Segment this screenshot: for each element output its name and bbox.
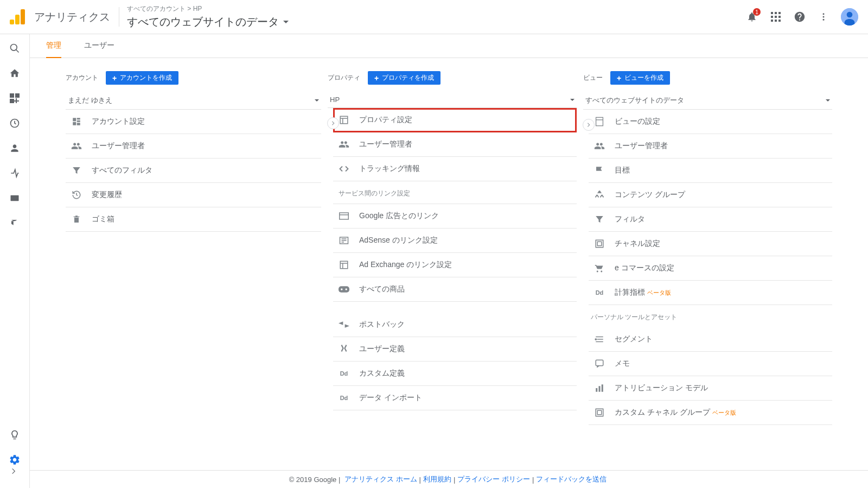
plus-icon: +	[617, 74, 621, 82]
svg-rect-21	[340, 116, 348, 124]
menu-item[interactable]: トラッキング情報	[333, 157, 577, 181]
transfer-property-button[interactable]	[327, 117, 339, 129]
menu-item[interactable]: プロパティ設定	[333, 108, 577, 132]
segment-icon	[594, 334, 605, 344]
menu-item[interactable]: 変更履歴	[66, 183, 321, 207]
menu-item[interactable]: ビューの設定	[589, 110, 832, 134]
menu-item[interactable]: ユーザー管理者	[66, 134, 321, 159]
footer: © 2019 Google | アナリティクス ホーム| 利用規約| プライバシ…	[30, 470, 868, 488]
account-column-label: アカウント	[66, 73, 98, 83]
menu-item-label: メモ	[615, 359, 630, 369]
more-icon[interactable]	[817, 10, 830, 23]
menu-item[interactable]: Ddデータ インポート	[333, 386, 577, 410]
chevron-down-icon	[283, 21, 289, 23]
user-avatar[interactable]	[841, 8, 858, 26]
acquisition-icon[interactable]	[8, 167, 21, 180]
admin-icon[interactable]	[8, 453, 21, 466]
svg-point-10	[823, 16, 825, 18]
svg-point-35	[346, 288, 347, 290]
menu-item[interactable]: 目標	[589, 159, 832, 183]
menu-item[interactable]: Google 広告とのリンク	[333, 204, 577, 229]
menu-item-label: カスタム チャネル グループベータ版	[615, 408, 736, 417]
customization-icon[interactable]	[8, 92, 21, 105]
create-account-button[interactable]: +アカウントを作成	[106, 71, 178, 85]
svg-rect-33	[339, 286, 349, 293]
footer-link[interactable]: フィードバックを送信	[536, 474, 607, 484]
menu-item-label: チャネル設定	[615, 239, 660, 249]
view-settings-icon	[594, 117, 605, 126]
analytics-logo-icon	[10, 9, 25, 24]
menu-item[interactable]: コンテンツ グループ	[589, 183, 832, 207]
create-view-button[interactable]: +ビューを作成	[610, 71, 670, 85]
menu-item[interactable]: すべてのフィルタ	[66, 159, 321, 183]
svg-rect-5	[778, 16, 781, 18]
property-selector[interactable]: すべてのアカウント > HP すべてのウェブサイトのデータ	[127, 4, 745, 29]
view-column-label: ビュー	[583, 73, 603, 83]
home-icon[interactable]	[8, 67, 21, 80]
dd-icon: Dd	[594, 289, 605, 296]
menu-item[interactable]: アカウント設定	[66, 110, 321, 134]
menu-item[interactable]: カスタム チャネル グループベータ版	[589, 401, 832, 425]
ads-icon	[339, 212, 349, 220]
menu-item[interactable]: フィルタ	[589, 207, 832, 232]
menu-item[interactable]: e コマースの設定	[589, 256, 832, 281]
discover-icon[interactable]	[8, 428, 21, 441]
property-selector[interactable]: HP	[328, 92, 577, 108]
behavior-icon[interactable]	[8, 192, 21, 205]
menu-item[interactable]: Ddカスタム定義	[333, 362, 577, 386]
menu-item[interactable]: AdSense のリンク設定	[333, 229, 577, 253]
account-selector[interactable]: まえだ ゆきえ	[66, 92, 321, 110]
svg-rect-30	[340, 261, 348, 269]
menu-item[interactable]: Ad Exchange のリンク設定	[333, 253, 577, 277]
menu-item[interactable]: メモ	[589, 352, 832, 376]
plus-icon: +	[112, 74, 117, 82]
menu-item[interactable]: ユーザー管理者	[333, 132, 577, 157]
menu-item[interactable]: アトリビューション モデル	[589, 376, 832, 401]
menu-item[interactable]: チャネル設定	[589, 232, 832, 256]
svg-rect-8	[778, 20, 781, 22]
tab-admin[interactable]: 管理	[46, 41, 61, 59]
menu-item[interactable]: Dd計算指標ベータ版	[589, 281, 832, 305]
menu-item-label: ユーザー管理者	[615, 141, 668, 151]
footer-link[interactable]: プライバシー ポリシー	[457, 474, 530, 484]
footer-link[interactable]: アナリティクス ホーム	[344, 474, 417, 484]
expand-sidebar-button[interactable]	[10, 467, 17, 475]
menu-item-label: 計算指標ベータ版	[615, 288, 671, 297]
menu-item-label: データ インポート	[359, 393, 422, 403]
menu-item[interactable]: ゴミ箱	[66, 207, 321, 232]
notifications-icon[interactable]: 1	[745, 10, 758, 23]
svg-point-34	[341, 288, 342, 290]
app-title: アナリティクス	[34, 10, 110, 24]
view-selector[interactable]: すべてのウェブサイトのデータ	[583, 92, 832, 110]
menu-item-label: ユーザー管理者	[359, 140, 412, 149]
svg-point-9	[823, 13, 825, 15]
history-icon	[71, 190, 82, 200]
svg-rect-4	[775, 16, 777, 18]
realtime-icon[interactable]	[8, 117, 21, 130]
menu-item[interactable]: すべての商品	[333, 277, 577, 302]
svg-rect-46	[599, 386, 601, 392]
tab-user[interactable]: ユーザー	[84, 41, 114, 59]
menu-item[interactable]: ポストバック	[333, 313, 577, 337]
menu-item[interactable]: セグメント	[589, 327, 832, 352]
apps-icon[interactable]	[769, 10, 782, 23]
channel-icon	[594, 239, 605, 249]
conversions-icon[interactable]	[8, 217, 21, 230]
people-icon	[71, 141, 82, 151]
svg-point-13	[847, 12, 853, 18]
search-icon[interactable]	[8, 42, 21, 55]
audience-icon[interactable]	[8, 142, 21, 155]
help-icon[interactable]	[793, 10, 806, 23]
dd-icon: Dd	[339, 370, 349, 377]
transfer-view-button[interactable]	[583, 119, 595, 131]
create-property-button[interactable]: +プロパティを作成	[368, 71, 441, 85]
menu-item-label: AdSense のリンク設定	[359, 236, 438, 245]
svg-point-43	[595, 339, 596, 340]
svg-point-11	[823, 19, 825, 21]
footer-link[interactable]: 利用規約	[423, 474, 451, 484]
svg-rect-47	[602, 384, 603, 392]
menu-item[interactable]: ユーザー定義	[333, 337, 577, 362]
menu-item[interactable]: ユーザー管理者	[589, 134, 832, 159]
content-group-icon	[594, 190, 605, 200]
breadcrumb: すべてのアカウント > HP	[127, 4, 745, 14]
